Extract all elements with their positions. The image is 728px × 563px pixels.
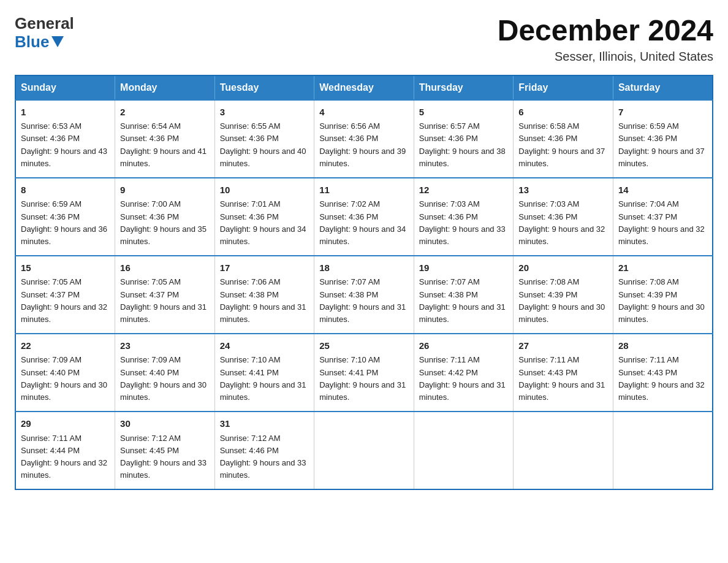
day-info: Sunrise: 7:12 AMSunset: 4:46 PMDaylight:… — [220, 434, 306, 480]
day-cell-15: 15Sunrise: 7:05 AMSunset: 4:37 PMDayligh… — [15, 256, 115, 334]
day-number: 14 — [618, 183, 707, 197]
day-header-friday: Friday — [514, 75, 613, 100]
day-number: 30 — [120, 417, 210, 431]
day-cell-28: 28Sunrise: 7:11 AMSunset: 4:43 PMDayligh… — [613, 334, 713, 412]
day-number: 9 — [120, 183, 210, 197]
empty-cell — [414, 412, 514, 489]
day-number: 27 — [518, 339, 608, 353]
day-cell-2: 2Sunrise: 6:54 AMSunset: 4:36 PMDaylight… — [115, 100, 215, 178]
day-cell-19: 19Sunrise: 7:07 AMSunset: 4:38 PMDayligh… — [414, 256, 514, 334]
day-info: Sunrise: 6:57 AMSunset: 4:36 PMDaylight:… — [419, 121, 506, 167]
day-header-sunday: Sunday — [15, 75, 115, 100]
day-cell-27: 27Sunrise: 7:11 AMSunset: 4:43 PMDayligh… — [514, 334, 613, 412]
day-cell-31: 31Sunrise: 7:12 AMSunset: 4:46 PMDayligh… — [214, 412, 314, 489]
day-info: Sunrise: 7:09 AMSunset: 4:40 PMDaylight:… — [21, 355, 107, 401]
day-number: 28 — [618, 339, 707, 353]
logo-blue-text: Blue — [15, 33, 64, 52]
day-number: 12 — [419, 183, 509, 197]
day-info: Sunrise: 6:59 AMSunset: 4:36 PMDaylight:… — [21, 199, 107, 245]
day-number: 19 — [419, 261, 509, 275]
day-info: Sunrise: 7:05 AMSunset: 4:37 PMDaylight:… — [21, 277, 107, 323]
week-row-3: 15Sunrise: 7:05 AMSunset: 4:37 PMDayligh… — [15, 256, 713, 334]
title-section: December 2024 Sesser, Illinois, United S… — [498, 15, 713, 64]
week-row-1: 1Sunrise: 6:53 AMSunset: 4:36 PMDaylight… — [15, 100, 713, 178]
day-cell-4: 4Sunrise: 6:56 AMSunset: 4:36 PMDaylight… — [314, 100, 414, 178]
day-cell-23: 23Sunrise: 7:09 AMSunset: 4:40 PMDayligh… — [115, 334, 215, 412]
day-cell-30: 30Sunrise: 7:12 AMSunset: 4:45 PMDayligh… — [115, 412, 215, 489]
day-number: 29 — [21, 417, 110, 431]
day-cell-24: 24Sunrise: 7:10 AMSunset: 4:41 PMDayligh… — [214, 334, 314, 412]
day-cell-1: 1Sunrise: 6:53 AMSunset: 4:36 PMDaylight… — [15, 100, 115, 178]
day-number: 7 — [618, 105, 707, 120]
day-info: Sunrise: 6:56 AMSunset: 4:36 PMDaylight:… — [319, 121, 406, 167]
day-number: 10 — [220, 183, 309, 197]
day-cell-20: 20Sunrise: 7:08 AMSunset: 4:39 PMDayligh… — [514, 256, 613, 334]
day-number: 4 — [319, 105, 409, 120]
day-info: Sunrise: 6:55 AMSunset: 4:36 PMDaylight:… — [220, 121, 306, 167]
day-number: 13 — [518, 183, 608, 197]
day-header-monday: Monday — [115, 75, 215, 100]
day-info: Sunrise: 7:00 AMSunset: 4:36 PMDaylight:… — [120, 199, 207, 245]
day-number: 1 — [21, 105, 110, 120]
day-number: 31 — [220, 417, 309, 431]
day-info: Sunrise: 7:04 AMSunset: 4:37 PMDaylight:… — [618, 199, 705, 245]
day-info: Sunrise: 7:01 AMSunset: 4:36 PMDaylight:… — [220, 199, 306, 245]
day-number: 8 — [21, 183, 110, 197]
day-info: Sunrise: 6:53 AMSunset: 4:36 PMDaylight:… — [21, 121, 107, 167]
day-cell-11: 11Sunrise: 7:02 AMSunset: 4:36 PMDayligh… — [314, 178, 414, 256]
day-number: 21 — [618, 261, 707, 275]
day-cell-12: 12Sunrise: 7:03 AMSunset: 4:36 PMDayligh… — [414, 178, 514, 256]
day-number: 16 — [120, 261, 210, 275]
day-number: 18 — [319, 261, 409, 275]
day-cell-3: 3Sunrise: 6:55 AMSunset: 4:36 PMDaylight… — [214, 100, 314, 178]
logo: General Blue — [15, 15, 74, 52]
empty-cell — [314, 412, 414, 489]
day-header-wednesday: Wednesday — [314, 75, 414, 100]
day-info: Sunrise: 7:12 AMSunset: 4:45 PMDaylight:… — [120, 434, 207, 480]
day-number: 17 — [220, 261, 309, 275]
day-cell-29: 29Sunrise: 7:11 AMSunset: 4:44 PMDayligh… — [15, 412, 115, 489]
day-number: 15 — [21, 261, 110, 275]
location-text: Sesser, Illinois, United States — [498, 50, 713, 64]
day-info: Sunrise: 7:11 AMSunset: 4:42 PMDaylight:… — [419, 355, 506, 401]
day-cell-17: 17Sunrise: 7:06 AMSunset: 4:38 PMDayligh… — [214, 256, 314, 334]
day-info: Sunrise: 7:02 AMSunset: 4:36 PMDaylight:… — [319, 199, 406, 245]
week-row-5: 29Sunrise: 7:11 AMSunset: 4:44 PMDayligh… — [15, 412, 713, 489]
day-number: 25 — [319, 339, 409, 353]
logo-general-text: General — [15, 15, 74, 33]
day-cell-5: 5Sunrise: 6:57 AMSunset: 4:36 PMDaylight… — [414, 100, 514, 178]
empty-cell — [514, 412, 613, 489]
empty-cell — [613, 412, 713, 489]
day-info: Sunrise: 6:58 AMSunset: 4:36 PMDaylight:… — [518, 121, 605, 167]
day-header-thursday: Thursday — [414, 75, 514, 100]
day-cell-13: 13Sunrise: 7:03 AMSunset: 4:36 PMDayligh… — [514, 178, 613, 256]
day-cell-8: 8Sunrise: 6:59 AMSunset: 4:36 PMDaylight… — [15, 178, 115, 256]
day-cell-9: 9Sunrise: 7:00 AMSunset: 4:36 PMDaylight… — [115, 178, 215, 256]
day-info: Sunrise: 6:59 AMSunset: 4:36 PMDaylight:… — [618, 121, 705, 167]
day-header-tuesday: Tuesday — [214, 75, 314, 100]
page-header: General Blue December 2024 Sesser, Illin… — [15, 15, 713, 64]
week-row-4: 22Sunrise: 7:09 AMSunset: 4:40 PMDayligh… — [15, 334, 713, 412]
day-info: Sunrise: 7:03 AMSunset: 4:36 PMDaylight:… — [518, 199, 605, 245]
day-info: Sunrise: 7:03 AMSunset: 4:36 PMDaylight:… — [419, 199, 506, 245]
day-cell-16: 16Sunrise: 7:05 AMSunset: 4:37 PMDayligh… — [115, 256, 215, 334]
day-info: Sunrise: 7:05 AMSunset: 4:37 PMDaylight:… — [120, 277, 207, 323]
week-row-2: 8Sunrise: 6:59 AMSunset: 4:36 PMDaylight… — [15, 178, 713, 256]
day-cell-21: 21Sunrise: 7:08 AMSunset: 4:39 PMDayligh… — [613, 256, 713, 334]
month-title: December 2024 — [498, 15, 713, 47]
day-number: 23 — [120, 339, 210, 353]
day-cell-14: 14Sunrise: 7:04 AMSunset: 4:37 PMDayligh… — [613, 178, 713, 256]
day-number: 20 — [518, 261, 608, 275]
day-number: 22 — [21, 339, 110, 353]
day-info: Sunrise: 7:10 AMSunset: 4:41 PMDaylight:… — [220, 355, 306, 401]
day-cell-22: 22Sunrise: 7:09 AMSunset: 4:40 PMDayligh… — [15, 334, 115, 412]
day-cell-10: 10Sunrise: 7:01 AMSunset: 4:36 PMDayligh… — [214, 178, 314, 256]
calendar-table: SundayMondayTuesdayWednesdayThursdayFrid… — [15, 75, 713, 490]
day-info: Sunrise: 7:06 AMSunset: 4:38 PMDaylight:… — [220, 277, 306, 323]
day-number: 24 — [220, 339, 309, 353]
day-cell-7: 7Sunrise: 6:59 AMSunset: 4:36 PMDaylight… — [613, 100, 713, 178]
day-number: 5 — [419, 105, 509, 120]
day-cell-6: 6Sunrise: 6:58 AMSunset: 4:36 PMDaylight… — [514, 100, 613, 178]
day-info: Sunrise: 7:10 AMSunset: 4:41 PMDaylight:… — [319, 355, 406, 401]
day-number: 26 — [419, 339, 509, 353]
